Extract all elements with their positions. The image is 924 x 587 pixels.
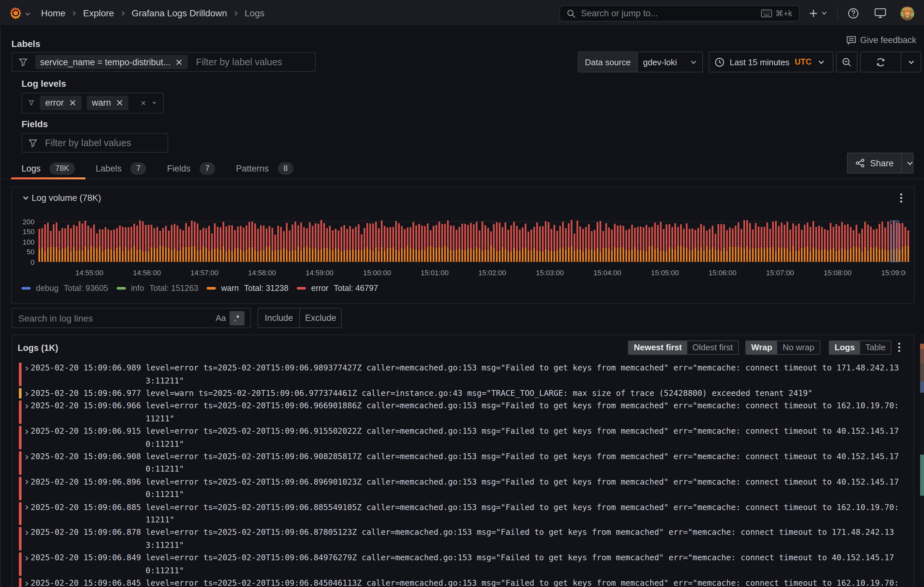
- log-search-input[interactable]: Search in log lines Aa .*: [12, 308, 251, 328]
- logs-menu-button[interactable]: [894, 342, 904, 352]
- refresh-button[interactable]: [860, 51, 921, 73]
- log-line-text: 0:11211": [146, 463, 184, 476]
- log-level-chip-warn[interactable]: warn: [87, 96, 129, 110]
- legend-color-pill: [117, 287, 126, 290]
- log-visual-line: 0:11211": [1, 463, 924, 476]
- legend-item-error[interactable]: errorTotal: 46797: [297, 284, 378, 293]
- toggle-option-oldest-first[interactable]: Oldest first: [687, 341, 738, 354]
- log-line-text: 0:11211": [146, 564, 184, 577]
- case-sensitive-button[interactable]: Aa: [216, 313, 226, 323]
- breadcrumb: HomeExploreGrafana Logs DrilldownLogs: [41, 0, 264, 26]
- toggle-option-wrap[interactable]: Wrap: [746, 341, 777, 354]
- tab-labels[interactable]: Labels7: [85, 158, 157, 179]
- legend-color-pill: [21, 287, 31, 290]
- legend-item-debug[interactable]: debugTotal: 93605: [21, 284, 108, 293]
- log-line-text: 2025-02-20 15:09:06.977 level=warn ts=20…: [31, 387, 812, 400]
- tab-patterns[interactable]: Patterns8: [226, 158, 304, 179]
- nav-search-placeholder: Search or jump to...: [581, 8, 756, 18]
- close-icon[interactable]: [69, 99, 76, 106]
- share-button[interactable]: Share: [847, 153, 914, 174]
- tab-label: Labels: [96, 164, 122, 173]
- log-rows-list: 2025-02-20 15:09:06.989 level=error ts=2…: [1, 362, 924, 587]
- log-row[interactable]: 2025-02-20 15:09:06.896 level=error ts=2…: [1, 476, 924, 501]
- give-feedback-button[interactable]: Give feedback: [846, 35, 916, 45]
- scroll-minimap[interactable]: [920, 334, 924, 581]
- x-axis-label: 15:08:00: [823, 268, 851, 276]
- breadcrumb-item[interactable]: Grafana Logs Drilldown: [132, 8, 227, 18]
- log-line-text: 2025-02-20 15:09:06.885 level=error ts=2…: [31, 501, 899, 514]
- log-row[interactable]: 2025-02-20 15:09:06.977 level=warn ts=20…: [1, 387, 924, 400]
- breadcrumb-item[interactable]: Explore: [83, 8, 114, 18]
- log-row[interactable]: 2025-02-20 15:09:06.989 level=error ts=2…: [1, 362, 924, 388]
- clear-all-icon[interactable]: [141, 99, 146, 107]
- label-filter-chip[interactable]: service_name = tempo-distribut...: [35, 55, 188, 69]
- log-line-text: 2025-02-20 15:09:06.915 level=error ts=2…: [31, 426, 899, 438]
- label-filter-chip-text: service_name = tempo-distribut...: [40, 57, 170, 67]
- refresh-interval-dropdown[interactable]: [901, 52, 921, 72]
- chevron-down-icon: [818, 58, 825, 66]
- wrap-toggle: WrapNo wrap: [745, 340, 820, 355]
- log-visual-line: 11211": [1, 514, 924, 527]
- toggle-option-table[interactable]: Table: [860, 341, 891, 354]
- help-button[interactable]: [847, 8, 858, 18]
- x-axis-label: 15:06:00: [708, 268, 736, 276]
- log-row[interactable]: 2025-02-20 15:09:06.915 level=error ts=2…: [1, 426, 924, 451]
- keyboard-icon: [761, 9, 772, 18]
- include-button[interactable]: Include: [258, 309, 299, 328]
- chevron-down-icon: [908, 58, 914, 66]
- time-range-picker[interactable]: Last 15 minutes UTC: [709, 51, 833, 73]
- org-switcher-chevron-icon[interactable]: [25, 11, 31, 17]
- log-visual-line: 2025-02-20 15:09:06.845 level=error ts=2…: [1, 577, 924, 587]
- x-axis-label: 14:55:00: [75, 268, 103, 276]
- monitor-button[interactable]: [874, 8, 886, 18]
- legend-item-info[interactable]: infoTotal: 151263: [117, 284, 198, 293]
- close-icon[interactable]: [116, 99, 123, 106]
- legend-series-name: error: [311, 284, 328, 293]
- legend-item-warn[interactable]: warnTotal: 31238: [207, 284, 288, 293]
- x-axis-label: 15:00:00: [363, 268, 391, 276]
- breadcrumb-item[interactable]: Logs: [244, 8, 264, 18]
- tab-fields[interactable]: Fields7: [157, 158, 225, 179]
- log-row[interactable]: 2025-02-20 15:09:06.849 level=error ts=2…: [1, 552, 924, 577]
- nav-search-input[interactable]: Search or jump to... ⌘+k: [559, 5, 799, 21]
- log-level-chip-text: warn: [92, 98, 111, 107]
- log-row[interactable]: 2025-02-20 15:09:06.908 level=error ts=2…: [1, 451, 924, 476]
- plus-icon: [808, 8, 818, 18]
- toggle-option-no-wrap[interactable]: No wrap: [777, 341, 820, 354]
- x-axis-label: 14:58:00: [248, 268, 276, 276]
- labels-filter-input[interactable]: service_name = tempo-distribut... Filter…: [12, 52, 315, 72]
- new-button[interactable]: [808, 8, 827, 18]
- chevron-down-icon[interactable]: [152, 99, 157, 106]
- log-row[interactable]: 2025-02-20 15:09:06.966 level=error ts=2…: [1, 400, 924, 426]
- legend-series-total: Total: 151263: [149, 284, 198, 293]
- tab-logs[interactable]: Logs78K: [11, 158, 85, 179]
- avatar[interactable]: [900, 6, 914, 20]
- grafana-logo[interactable]: [9, 7, 22, 20]
- y-axis-label: 0: [31, 258, 35, 266]
- time-range-label: Last 15 minutes: [730, 57, 790, 67]
- breadcrumb-item[interactable]: Home: [41, 8, 66, 18]
- x-axis-label: 14:56:00: [133, 268, 161, 276]
- log-row[interactable]: 2025-02-20 15:09:06.885 level=error ts=2…: [1, 501, 924, 527]
- y-axis-label: 150: [23, 228, 35, 235]
- log-line-text: 2025-02-20 15:09:06.896 level=error ts=2…: [31, 476, 899, 489]
- share-dropdown[interactable]: [901, 153, 919, 173]
- toggle-option-logs[interactable]: Logs: [830, 341, 860, 354]
- log-row[interactable]: 2025-02-20 15:09:06.878 level=error ts=2…: [1, 527, 924, 552]
- datasource-value: gdev-loki: [643, 57, 677, 67]
- log-levels-filter[interactable]: errorwarn: [21, 92, 164, 113]
- toggle-option-newest-first[interactable]: Newest first: [629, 341, 687, 354]
- log-line-text: 2025-02-20 15:09:06.845 level=error ts=2…: [31, 577, 899, 587]
- exclude-button[interactable]: Exclude: [299, 309, 341, 328]
- x-axis-label: 14:59:00: [305, 268, 333, 276]
- close-icon[interactable]: [176, 58, 183, 66]
- regex-button[interactable]: .*: [229, 311, 244, 325]
- log-level-chip-error[interactable]: error: [40, 96, 81, 110]
- log-row[interactable]: 2025-02-20 15:09:06.845 level=error ts=2…: [1, 577, 924, 587]
- datasource-picker[interactable]: Data source gdev-loki: [578, 51, 703, 73]
- log-line-text: 2025-02-20 15:09:06.908 level=error ts=2…: [31, 451, 899, 463]
- zoom-out-button[interactable]: [836, 51, 858, 73]
- fields-filter-input[interactable]: Filter by label values: [21, 133, 168, 153]
- minimap-segment: [920, 349, 924, 363]
- log-line-text: 3:11211": [146, 539, 184, 552]
